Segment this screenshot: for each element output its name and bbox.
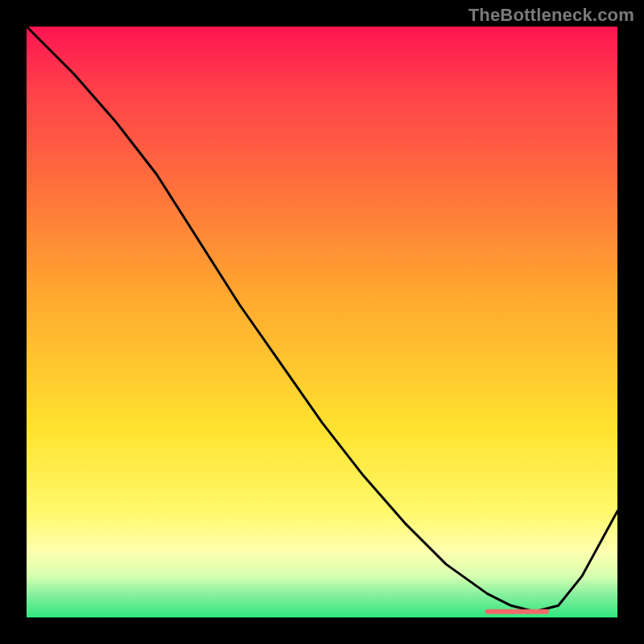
- bottleneck-curve: [27, 27, 617, 612]
- curve-layer: [27, 27, 617, 617]
- chart-container: TheBottleneck.com: [0, 0, 644, 644]
- plot-area: [27, 27, 617, 617]
- attribution-label: TheBottleneck.com: [469, 5, 634, 26]
